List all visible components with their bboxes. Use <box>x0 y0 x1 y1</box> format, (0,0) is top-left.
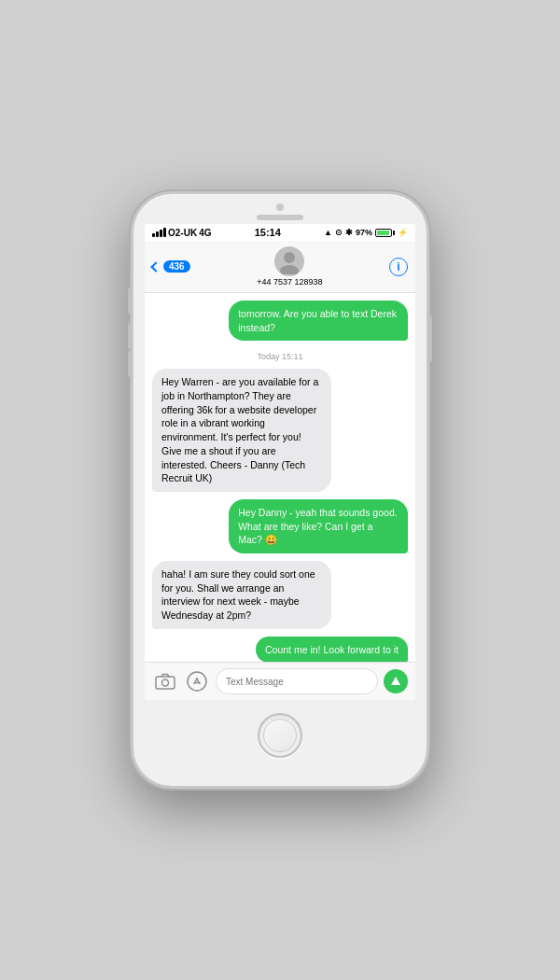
messages-area: tomorrow. Are you able to text Derek ins… <box>145 293 415 662</box>
message-text-3: Hey Danny - yeah that sounds good. What … <box>238 507 397 545</box>
avatar-icon <box>276 248 302 274</box>
camera-icon <box>155 673 175 690</box>
home-button-inner <box>263 719 297 752</box>
message-text-4: haha! I am sure they could sort one for … <box>161 568 315 621</box>
svg-rect-2 <box>156 677 175 689</box>
message-input[interactable] <box>216 668 378 694</box>
appstore-icon <box>187 671 207 692</box>
message-row-4: haha! I am sure they could sort one for … <box>152 561 408 629</box>
phone-top-bar <box>133 194 427 224</box>
message-bubble-received-1: haha! I am sure they could sort one for … <box>152 561 331 629</box>
phone-frame: O2-UK 4G 15:14 ▲ ⊙ ✱ 97% ⚡ <box>131 191 429 789</box>
phone-speaker <box>257 215 303 220</box>
message-row-2: Hey Warren - are you available for a job… <box>152 369 408 492</box>
message-row-0: tomorrow. Are you able to text Derek ins… <box>152 301 408 341</box>
phone-bottom <box>258 700 302 767</box>
app-store-button[interactable] <box>184 668 210 694</box>
input-bar <box>145 662 415 700</box>
message-bubble-sent-1: Hey Danny - yeah that sounds good. What … <box>229 499 408 553</box>
back-chevron-icon <box>150 261 161 272</box>
contact-avatar[interactable] <box>274 246 304 276</box>
back-badge[interactable]: 436 <box>163 260 190 273</box>
phone-screen: O2-UK 4G 15:14 ▲ ⊙ ✱ 97% ⚡ <box>145 224 415 700</box>
svg-point-4 <box>188 672 206 691</box>
time-label-0: Today 15:11 <box>152 352 408 361</box>
nav-header: 436 +44 7537 128938 i <box>145 241 415 293</box>
charging-icon: ⚡ <box>398 228 408 237</box>
message-text-5: Count me in! Look forward to it <box>265 644 399 655</box>
location-icon: ▲ <box>324 228 332 237</box>
info-icon: i <box>397 260 399 273</box>
svg-point-0 <box>284 252 295 263</box>
status-right: ▲ ⊙ ✱ 97% ⚡ <box>324 228 408 237</box>
contact-info: +44 7537 128938 <box>257 246 322 287</box>
carrier-label: O2-UK <box>168 228 197 238</box>
network-label: 4G <box>199 228 211 238</box>
status-left: O2-UK 4G <box>152 228 211 238</box>
message-text-0: tomorrow. Are you able to text Derek ins… <box>238 308 397 333</box>
message-row-3: Hey Danny - yeah that sounds good. What … <box>152 499 408 553</box>
send-icon <box>391 677 400 685</box>
svg-point-3 <box>162 679 169 686</box>
bluetooth-icon: ✱ <box>345 228 353 237</box>
message-bubble-sent-0: tomorrow. Are you able to text Derek ins… <box>229 301 408 341</box>
camera-dot <box>276 203 284 211</box>
status-time: 15:14 <box>255 227 281 238</box>
camera-button[interactable] <box>152 668 178 694</box>
message-row-5: Count me in! Look forward to it <box>152 637 408 662</box>
clock-icon: ⊙ <box>335 228 343 237</box>
battery-indicator <box>375 229 395 237</box>
contact-number[interactable]: +44 7537 128938 <box>257 277 322 287</box>
send-button[interactable] <box>384 669 408 693</box>
status-bar: O2-UK 4G 15:14 ▲ ⊙ ✱ 97% ⚡ <box>145 224 415 241</box>
signal-bars <box>152 228 166 237</box>
message-text-2: Hey Warren - are you available for a job… <box>161 376 318 483</box>
message-bubble-received-0: Hey Warren - are you available for a job… <box>152 369 331 492</box>
battery-pct: 97% <box>356 228 372 237</box>
message-bubble-sent-2: Count me in! Look forward to it <box>256 637 408 662</box>
back-button[interactable]: 436 <box>152 260 190 273</box>
svg-point-1 <box>280 265 299 274</box>
home-button[interactable] <box>258 713 302 758</box>
info-button[interactable]: i <box>389 258 408 276</box>
